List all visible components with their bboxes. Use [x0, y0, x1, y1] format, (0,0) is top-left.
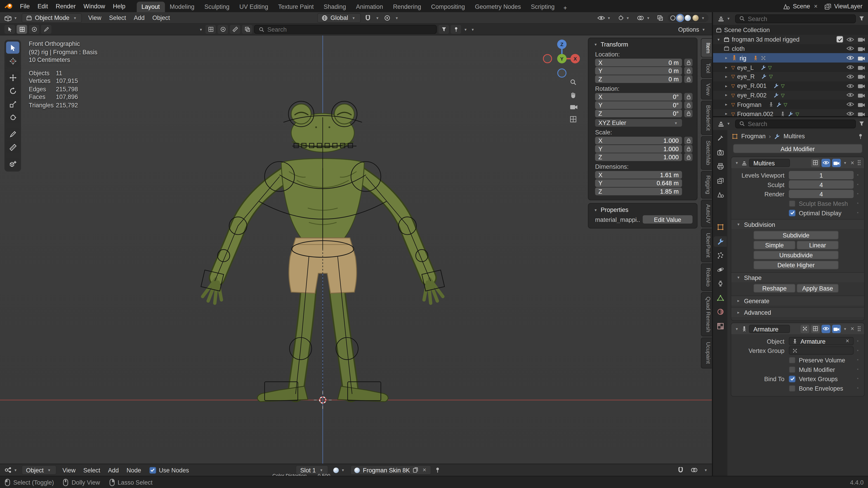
properties-tab-output[interactable]	[714, 161, 727, 172]
render-visibility-icon[interactable]	[857, 111, 865, 116]
render-visibility-icon[interactable]	[857, 74, 865, 79]
properties-tab-object[interactable]	[714, 222, 727, 232]
sidebar-tab-quad-remesh[interactable]: Quad Remesh	[701, 292, 712, 336]
proportional-menu[interactable]: ▾	[394, 15, 399, 20]
clear-object-icon[interactable]: ×	[844, 338, 850, 344]
unlink-material-icon[interactable]: ×	[422, 467, 428, 473]
overlays-toggle[interactable]: ▾	[635, 14, 653, 21]
snap-menu[interactable]: ▾	[375, 15, 380, 20]
viewlayer-selector[interactable]: ViewLayer	[824, 2, 862, 10]
viewport-canvas[interactable]: Front Orthographic (92) rig | Frogman : …	[0, 35, 712, 464]
properties-tab-object-data[interactable]	[714, 292, 727, 303]
menu-render[interactable]: Render	[52, 2, 80, 10]
tool-option-4[interactable]	[242, 25, 252, 34]
scene-selector[interactable]: Scene ×	[783, 2, 818, 10]
scale-x-field[interactable]: X1.000	[595, 137, 682, 144]
menu-add[interactable]: Add	[130, 13, 149, 22]
workspace-tab-compositing[interactable]: Compositing	[426, 2, 470, 12]
lock-icon[interactable]	[684, 59, 692, 66]
lock-icon[interactable]	[684, 109, 692, 117]
lock-icon[interactable]	[684, 137, 692, 144]
tool-select-box[interactable]	[6, 41, 20, 54]
workspace-tab-modeling[interactable]: Modeling	[165, 2, 199, 12]
visibility-toggle[interactable]: ▾	[596, 15, 613, 21]
snap-toggle[interactable]	[363, 14, 373, 21]
tool-transform[interactable]	[6, 111, 20, 123]
outliner-row-rig[interactable]: ▸ rig	[713, 53, 868, 63]
menu-select[interactable]: Select	[79, 466, 104, 475]
outliner-row-frogman[interactable]: ▸ ▽ Frogman ▽	[713, 100, 868, 109]
render-toggle[interactable]	[832, 324, 841, 333]
pin-icon[interactable]	[857, 133, 864, 139]
collapse-icon[interactable]: ▾	[593, 42, 598, 47]
unlink-scene-icon[interactable]: ×	[813, 3, 819, 9]
zoom-icon[interactable]	[569, 78, 577, 86]
location-x-field[interactable]: X0 m	[595, 59, 682, 66]
rotation-y-field[interactable]: Y0°	[595, 101, 682, 109]
workspace-tab-shading[interactable]: Shading	[319, 2, 351, 12]
location-z-field[interactable]: Z0 m	[595, 75, 682, 83]
vertex-group-influence-toggle[interactable]	[800, 324, 809, 333]
viewport-search-field[interactable]	[254, 25, 437, 34]
properties-search-field[interactable]	[735, 119, 856, 128]
tool-annotate[interactable]	[6, 128, 20, 140]
lock-icon[interactable]	[684, 101, 692, 109]
properties-tab-physics[interactable]	[714, 264, 727, 275]
render-visibility-icon[interactable]	[857, 55, 865, 61]
subdivide-button[interactable]: Subdivide	[753, 231, 839, 239]
collapse-icon[interactable]: ▾	[593, 207, 598, 212]
hide-icon[interactable]	[846, 37, 854, 42]
shading-menu[interactable]: ▾	[700, 15, 706, 20]
editor-type-button[interactable]: ▾	[716, 15, 733, 22]
hide-icon[interactable]	[846, 102, 854, 107]
workspace-tab-animation[interactable]: Animation	[351, 2, 388, 12]
multi-modifier-checkbox[interactable]	[789, 366, 796, 372]
tool-rotate[interactable]	[6, 85, 20, 97]
copy-material-icon[interactable]	[413, 467, 419, 473]
properties-tab-particles[interactable]	[714, 250, 727, 261]
drag-handle-icon[interactable]	[857, 325, 862, 332]
pin-icon[interactable]	[434, 467, 440, 473]
generate-subpanel-header[interactable]: ▸Generate	[731, 295, 864, 305]
sidebar-tab-rigging[interactable]: Rigging	[701, 171, 712, 199]
workspace-tab-texture-paint[interactable]: Texture Paint	[273, 2, 318, 12]
tool-option-2[interactable]	[217, 25, 228, 34]
properties-search-input[interactable]	[748, 121, 852, 127]
apply-base-button[interactable]: Apply Base	[797, 284, 839, 293]
workspace-tab-uv-editing[interactable]: UV Editing	[235, 2, 273, 12]
shader-options-menu[interactable]: ▾	[703, 467, 708, 473]
delete-higher-button[interactable]: Delete Higher	[753, 260, 839, 269]
preserve-volume-checkbox[interactable]	[789, 357, 796, 363]
transform-orientation-dropdown[interactable]: Global ▾	[317, 13, 361, 23]
outliner-search-input[interactable]	[748, 15, 852, 22]
mode-dropdown[interactable]: Object Mode ▾	[22, 13, 82, 23]
extra-menu-2[interactable]: ▾	[470, 27, 475, 32]
render-visibility-icon[interactable]	[857, 64, 865, 70]
outliner-row-eye-r-001[interactable]: ▸ ▽ eye_R.001 ▽	[713, 81, 868, 90]
advanced-subpanel-header[interactable]: ▸Advanced	[731, 307, 864, 317]
shading-solid-button[interactable]	[677, 15, 683, 21]
bookmark-button[interactable]	[451, 25, 461, 34]
reshape-button[interactable]: Reshape	[753, 284, 796, 293]
properties-tab-render[interactable]	[714, 147, 727, 158]
properties-tab-world[interactable]	[714, 203, 727, 214]
properties-tab-texture[interactable]	[714, 321, 727, 331]
navigation-gizmo[interactable]: Z X Y	[540, 37, 584, 81]
sculpt-levels-field[interactable]: 4	[789, 180, 854, 189]
menu-node[interactable]: Node	[123, 466, 145, 475]
render-levels-field[interactable]: 4	[789, 190, 854, 198]
render-toggle[interactable]	[832, 159, 841, 167]
outliner-row-cloth[interactable]: cloth	[713, 44, 868, 53]
armature-object-field[interactable]: Armature ×	[789, 337, 854, 345]
menu-window[interactable]: Window	[80, 2, 109, 10]
overlay-node-toggle[interactable]	[689, 466, 700, 474]
select-mode-lasso[interactable]	[41, 25, 52, 34]
hide-icon[interactable]	[846, 111, 854, 116]
breadcrumb-modifier[interactable]: Multires	[783, 133, 805, 139]
select-mode-tweak[interactable]	[4, 25, 15, 34]
properties-tab-view-layer[interactable]	[714, 175, 727, 186]
editor-type-button[interactable]: ▾	[3, 14, 20, 21]
properties-tab-material[interactable]	[714, 306, 727, 317]
collection-checkbox[interactable]	[836, 36, 843, 43]
xray-toggle[interactable]	[655, 14, 665, 21]
